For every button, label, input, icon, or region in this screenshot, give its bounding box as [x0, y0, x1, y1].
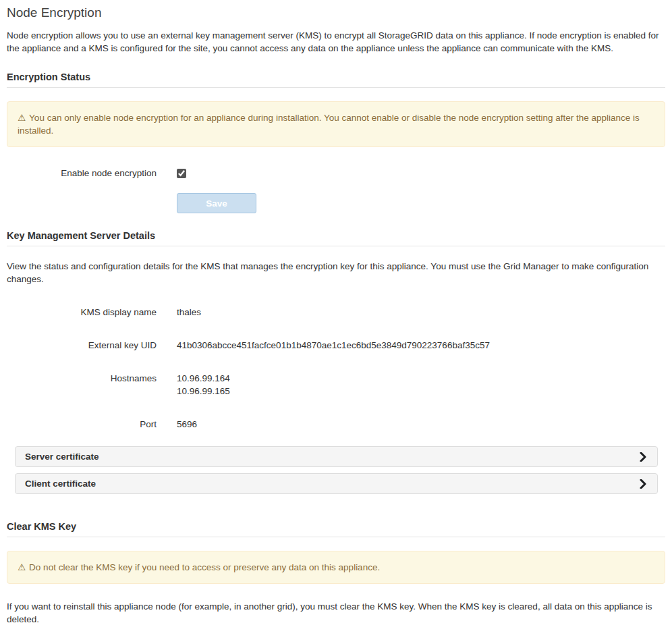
clear-kms-warning-text: Do not clear the KMS key if you need to …: [29, 562, 380, 572]
clear-kms-warning-banner: ⚠Do not clear the KMS key if you need to…: [7, 551, 665, 584]
chevron-right-icon: [640, 479, 646, 489]
encryption-status-warning-text: You can only enable node encryption for …: [18, 113, 640, 136]
kms-details-heading: Key Management Server Details: [7, 230, 665, 246]
external-key-uid-value: 41b0306abcce451facfce01b1b4870ae1c1ec6bd…: [177, 339, 490, 352]
hostnames-value: 10.96.99.164 10.96.99.165: [177, 372, 230, 398]
page-intro: Node encryption allows you to use an ext…: [7, 29, 665, 55]
node-encryption-page: Node Encryption Node encryption allows y…: [0, 0, 672, 623]
port-label: Port: [7, 418, 157, 431]
encryption-status-warning-banner: ⚠You can only enable node encryption for…: [7, 101, 665, 147]
enable-node-encryption-label: Enable node encryption: [7, 168, 157, 178]
kms-display-name-label: KMS display name: [7, 306, 157, 319]
hostnames-label: Hostnames: [7, 372, 157, 398]
server-certificate-label: Server certificate: [25, 452, 99, 462]
hostname-2: 10.96.99.165: [177, 385, 230, 398]
port-row: Port 5696: [7, 418, 665, 431]
kms-display-name-value: thales: [177, 306, 201, 319]
save-row: Save: [177, 193, 665, 213]
kms-display-name-row: KMS display name thales: [7, 306, 665, 319]
port-value: 5696: [177, 418, 197, 431]
chevron-right-icon: [640, 452, 646, 462]
clear-kms-description: If you want to reinstall this appliance …: [7, 600, 665, 623]
save-button[interactable]: Save: [177, 193, 256, 213]
server-certificate-accordion[interactable]: Server certificate: [15, 446, 658, 467]
certificate-accordions: Server certificate Client certificate: [15, 446, 658, 494]
enable-node-encryption-checkbox[interactable]: [177, 169, 186, 178]
encryption-status-heading: Encryption Status: [7, 72, 665, 88]
external-key-uid-row: External key UID 41b0306abcce451facfce01…: [7, 339, 665, 352]
external-key-uid-label: External key UID: [7, 339, 157, 352]
clear-kms-key-heading: Clear KMS Key: [7, 521, 665, 537]
page-title: Node Encryption: [7, 5, 665, 20]
kms-details-description: View the status and configuration detail…: [7, 260, 654, 286]
warning-icon: ⚠: [18, 113, 26, 123]
hostnames-row: Hostnames 10.96.99.164 10.96.99.165: [7, 372, 665, 398]
warning-icon: ⚠: [18, 562, 26, 572]
client-certificate-accordion[interactable]: Client certificate: [15, 473, 658, 494]
client-certificate-label: Client certificate: [25, 479, 96, 489]
hostname-1: 10.96.99.164: [177, 372, 230, 385]
enable-node-encryption-row: Enable node encryption: [7, 168, 665, 178]
